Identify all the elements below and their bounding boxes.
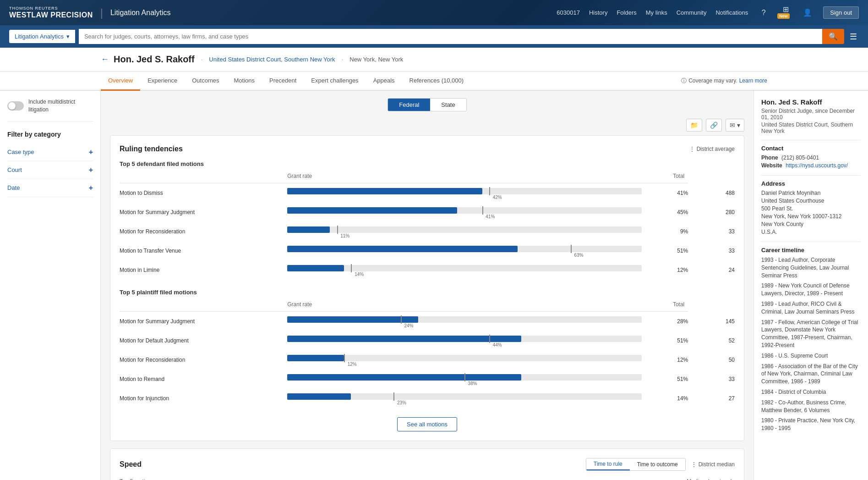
bar-fill bbox=[287, 188, 482, 194]
motion-name: Motion to Transfer Venue bbox=[120, 241, 287, 260]
right-panel: Hon. Jed S. Rakoff Senior District Judge… bbox=[753, 91, 868, 480]
learn-more-link[interactable]: Learn more bbox=[739, 77, 767, 84]
bar-bg bbox=[287, 226, 641, 233]
total-cell: 52 bbox=[688, 331, 735, 350]
folder-icon-btn[interactable]: 📁 bbox=[686, 119, 702, 132]
location-text: New York, New York bbox=[349, 56, 403, 63]
tab-motions[interactable]: Motions bbox=[226, 72, 262, 91]
court-link[interactable]: United States District Court, Southern N… bbox=[209, 56, 335, 63]
motion-name: Motion for Default Judgment bbox=[120, 331, 287, 350]
bar-cell: 11% bbox=[287, 222, 641, 241]
nav-folders[interactable]: Folders bbox=[617, 9, 636, 16]
tab-overview[interactable]: Overview bbox=[101, 72, 140, 91]
address-lines: Daniel Patrick MoynihanUnited States Cou… bbox=[761, 190, 861, 235]
tabs-bar: Overview Experience Outcomes Motions Pre… bbox=[0, 72, 868, 91]
avg-line bbox=[571, 245, 572, 253]
bar-cell: 24% bbox=[287, 312, 641, 331]
bar-cell: 12% bbox=[287, 350, 641, 370]
filter-heading: Filter by category bbox=[7, 131, 93, 138]
ruling-tendencies-card: Ruling tendencies ⋮ District average Top… bbox=[110, 135, 744, 441]
table-row: Motion for Summary Judgment 24% 28% 145 bbox=[120, 312, 735, 331]
multidistrict-toggle[interactable] bbox=[7, 101, 24, 110]
tab-expert-challenges[interactable]: Expert challenges bbox=[304, 72, 366, 91]
tab-appeals[interactable]: Appeals bbox=[366, 72, 402, 91]
motion-name: Motion in Limine bbox=[120, 260, 287, 280]
tab-experience[interactable]: Experience bbox=[140, 72, 185, 91]
address-section: Address Daniel Patrick MoynihanUnited St… bbox=[761, 175, 861, 235]
bar-cell: 44% bbox=[287, 331, 641, 350]
nav-community[interactable]: Community bbox=[677, 9, 707, 16]
bar-cell: 42% bbox=[287, 183, 641, 203]
timeline-item: 1986 - Association of the Bar of the Cit… bbox=[761, 363, 861, 386]
signout-button[interactable]: Sign out bbox=[823, 6, 859, 19]
nav-history[interactable]: History bbox=[589, 9, 607, 16]
col-grant-rate: Grant rate bbox=[287, 171, 641, 183]
tab-precedent[interactable]: Precedent bbox=[262, 72, 304, 91]
view-toggle: Federal State bbox=[110, 98, 744, 111]
filter-date[interactable]: Date + bbox=[7, 179, 93, 197]
avg-line bbox=[489, 187, 490, 195]
menu-icon-btn[interactable]: ☰ bbox=[848, 30, 859, 44]
plaintiff-motion-table: Grant rate Total Motion for Summary Judg… bbox=[120, 299, 735, 408]
help-icon-btn[interactable]: ? bbox=[757, 6, 770, 19]
content-area: Federal State 📁 🔗 ✉ ▾ Ruling tendencies … bbox=[101, 91, 753, 480]
pct-cell: 14% bbox=[642, 389, 688, 408]
search-button[interactable]: 🔍 bbox=[822, 29, 844, 44]
search-dropdown-label: Litigation Analytics bbox=[15, 33, 64, 40]
time-to-rule-btn[interactable]: Time to rule bbox=[586, 458, 630, 470]
filter-case-type[interactable]: Case type + bbox=[7, 143, 93, 161]
speed-controls: Time to rule Time to outcome ⋮ District … bbox=[586, 458, 735, 471]
federal-toggle-btn[interactable]: Federal bbox=[388, 99, 430, 111]
link-icon-btn[interactable]: 🔗 bbox=[706, 119, 722, 132]
avg-line bbox=[489, 335, 490, 343]
filter-court[interactable]: Court + bbox=[7, 161, 93, 179]
header-nav: 6030017 History Folders My links Communi… bbox=[557, 3, 859, 22]
tab-references[interactable]: References (10,000) bbox=[402, 72, 471, 91]
website-link[interactable]: https://nysd.uscourts.gov/ bbox=[786, 162, 848, 169]
email-icon-btn[interactable]: ✉ ▾ bbox=[726, 119, 744, 132]
multidistrict-row: Include multidistrict litigation bbox=[7, 98, 93, 121]
search-bar: Litigation Analytics ▾ 🔍 ☰ bbox=[0, 25, 868, 48]
avg-label: 11% bbox=[340, 233, 349, 238]
back-button[interactable]: ← bbox=[101, 55, 109, 64]
bar-fill bbox=[287, 246, 518, 252]
nav-mylinks[interactable]: My links bbox=[646, 9, 667, 16]
motion-name: Motion to Remand bbox=[120, 370, 287, 389]
district-avg-btn[interactable]: ⋮ District average bbox=[689, 146, 735, 152]
avg-line bbox=[344, 354, 345, 362]
plaintiff-section-title: Top 5 plaintiff filed motions bbox=[120, 289, 735, 296]
col-grant-rate-p: Grant rate bbox=[287, 299, 641, 312]
search-input[interactable] bbox=[79, 29, 822, 44]
pct-cell: 9% bbox=[642, 222, 688, 241]
see-all-motions-btn[interactable]: See all motions bbox=[397, 417, 457, 431]
state-toggle-btn[interactable]: State bbox=[430, 99, 466, 111]
bar-wrapper: 41% bbox=[287, 205, 641, 219]
bar-fill bbox=[287, 226, 330, 233]
filter-case-type-plus-icon: + bbox=[89, 148, 93, 156]
bar-wrapper: 44% bbox=[287, 334, 641, 348]
bar-wrapper: 12% bbox=[287, 353, 641, 367]
col-motion-name bbox=[120, 171, 287, 183]
user-icon-btn[interactable]: 👤 bbox=[801, 6, 814, 19]
card-title: Ruling tendencies bbox=[120, 145, 183, 153]
header-app-name: Litigation Analytics bbox=[110, 9, 171, 17]
header-divider: | bbox=[100, 6, 103, 19]
time-to-outcome-btn[interactable]: Time to outcome bbox=[630, 458, 685, 470]
bar-cell: 38% bbox=[287, 370, 641, 389]
speed-district-median-btn[interactable]: ⋮ District median bbox=[691, 461, 735, 468]
bar-cell: 63% bbox=[287, 241, 641, 260]
breadcrumb-sep2: · bbox=[342, 56, 344, 63]
search-dropdown-button[interactable]: Litigation Analytics ▾ bbox=[9, 30, 75, 43]
avg-label: 42% bbox=[493, 195, 502, 200]
timeline-item: 1989 - New York Council of Defense Lawye… bbox=[761, 282, 861, 298]
action-icons: 📁 🔗 ✉ ▾ bbox=[110, 119, 744, 132]
tab-outcomes[interactable]: Outcomes bbox=[185, 72, 226, 91]
table-row: Motion for Injunction 23% 14% 27 bbox=[120, 389, 735, 408]
nav-notifications[interactable]: Notifications bbox=[715, 9, 748, 16]
career-items: 1993 - Lead Author, Corporate Sentencing… bbox=[761, 256, 861, 432]
avg-label: 14% bbox=[355, 272, 364, 277]
motion-name: Motion for Summary Judgment bbox=[120, 203, 287, 222]
bar-fill bbox=[287, 393, 351, 400]
nav-id[interactable]: 6030017 bbox=[557, 9, 580, 16]
bar-wrapper: 23% bbox=[287, 392, 641, 405]
